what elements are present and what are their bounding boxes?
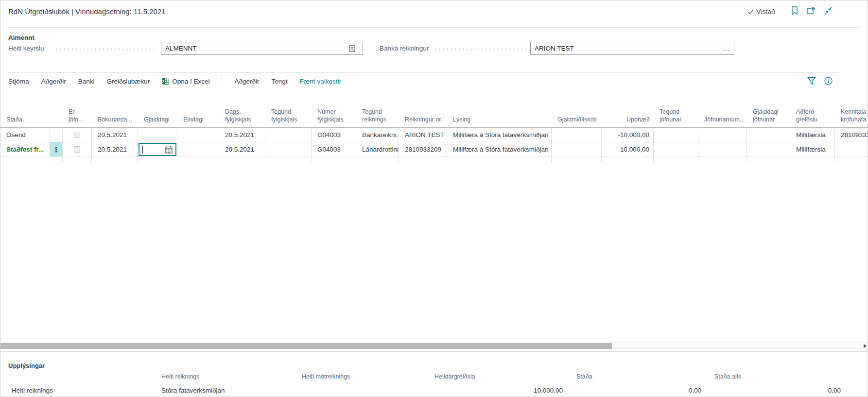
menu-open-in-excel[interactable]: Opna í Excel bbox=[162, 78, 209, 85]
empty-cell[interactable] bbox=[356, 157, 399, 163]
menu-stjorna[interactable]: Stjórna bbox=[8, 78, 29, 85]
column-header-stada[interactable]: Staða bbox=[0, 95, 50, 127]
column-header-dags_fylgiskjals[interactable]: Dags. fylgiskjals bbox=[219, 95, 265, 127]
cell-er_jofn[interactable] bbox=[63, 128, 92, 142]
cell-gjalddagi[interactable] bbox=[138, 142, 177, 157]
info-icon[interactable] bbox=[824, 77, 833, 85]
column-header-lysing[interactable]: Lýsing bbox=[447, 95, 552, 127]
cell-gjalddagi_jofnunar[interactable] bbox=[747, 128, 790, 142]
column-header-adferd_greidslu[interactable]: Aðferð greiðslu bbox=[790, 95, 835, 127]
assist-edit-button[interactable]: ... bbox=[723, 45, 730, 52]
row-options-icon[interactable]: ⋮ bbox=[53, 146, 60, 153]
empty-cell[interactable] bbox=[447, 157, 552, 163]
column-header-tegund_reiknings[interactable]: Tegund reiknings bbox=[356, 95, 399, 127]
empty-cell[interactable] bbox=[835, 157, 868, 163]
cell-bokunarda[interactable]: 20.5.2021 bbox=[92, 128, 138, 142]
cell-tegund_reiknings[interactable]: Lánardrottinn bbox=[356, 142, 399, 157]
cell-adferd_greidslu[interactable]: Millifærsla bbox=[790, 142, 835, 157]
cell-tegund_reiknings[interactable]: Bankareikni... bbox=[356, 128, 399, 142]
column-header-numer_fylgiskjals[interactable]: Númer fylgiskjals bbox=[312, 95, 356, 127]
gjalddagi-input[interactable] bbox=[139, 143, 176, 156]
cell-kennitala[interactable]: 281093320 bbox=[835, 128, 868, 142]
cell-reikningur_nr[interactable]: 2810933209 bbox=[399, 142, 447, 157]
cell-adferd_greidslu[interactable]: Millifærsla bbox=[790, 128, 835, 142]
calendar-icon[interactable] bbox=[165, 146, 173, 154]
menu-adgerdir[interactable]: Aðgerðir bbox=[41, 78, 66, 85]
empty-cell[interactable] bbox=[698, 157, 747, 163]
column-header-gjalddagi_jofnunar[interactable]: Gjalddagi jöfnunar bbox=[747, 95, 790, 127]
cell-stada[interactable]: Staðfest fr... bbox=[0, 142, 50, 157]
cell-kennitala[interactable] bbox=[835, 142, 868, 157]
er-jofnud-checkbox[interactable] bbox=[74, 146, 80, 153]
menu-greidslubaekur[interactable]: Greiðslubækur bbox=[107, 78, 150, 85]
run-name-value[interactable]: ALMENNT bbox=[165, 45, 349, 52]
scrollbar-thumb[interactable] bbox=[0, 343, 612, 349]
cell-numer_fylgiskjals[interactable]: G04003 bbox=[312, 142, 356, 157]
empty-cell[interactable] bbox=[50, 157, 63, 163]
column-header-eindagi[interactable]: Eindagi bbox=[177, 95, 219, 127]
empty-cell[interactable] bbox=[654, 157, 698, 163]
open-in-new-window-icon[interactable] bbox=[807, 7, 816, 15]
scroll-right-arrow-icon[interactable] bbox=[864, 344, 867, 348]
cell-lysing[interactable]: Millifæra á Stóra fataverksmiðjan bbox=[447, 142, 552, 157]
menu-tengt[interactable]: Tengt bbox=[271, 78, 287, 85]
lookup-icon[interactable]: · bbox=[349, 45, 359, 52]
menu-adgerdir-2[interactable]: Aðgerðir bbox=[234, 78, 259, 85]
cell-tegund_fylgiskjals[interactable] bbox=[265, 128, 312, 142]
column-header-jofnunarnum[interactable]: Jöfnunarnúm... bbox=[698, 95, 747, 127]
horizontal-scrollbar[interactable] bbox=[0, 342, 868, 349]
empty-cell[interactable] bbox=[312, 157, 356, 163]
cell-upphaed[interactable]: 10.000,00 bbox=[602, 142, 654, 157]
cell-jofnunarnum[interactable] bbox=[698, 142, 747, 157]
cell-gjaldmidilskoti[interactable] bbox=[552, 128, 602, 142]
empty-cell[interactable] bbox=[92, 157, 138, 163]
cell-stada[interactable]: Ósend bbox=[0, 128, 50, 142]
bank-account-value[interactable]: ARION TEST bbox=[535, 45, 723, 52]
column-header-bokunarda[interactable]: Bókunarda... bbox=[92, 95, 138, 127]
empty-cell[interactable] bbox=[602, 157, 654, 163]
filter-icon[interactable] bbox=[807, 77, 816, 85]
cell-gjaldmidilskoti[interactable] bbox=[552, 142, 602, 157]
cell-er_jofn[interactable] bbox=[63, 142, 92, 157]
empty-cell[interactable] bbox=[790, 157, 835, 163]
column-header-gjalddagi[interactable]: Gjalddagi bbox=[138, 95, 177, 127]
column-header-gjaldmidilskoti[interactable]: Gjaldmiðilskóti bbox=[552, 95, 602, 127]
empty-cell[interactable] bbox=[747, 157, 790, 163]
cell-row_menu[interactable] bbox=[50, 128, 63, 142]
menu-banki[interactable]: Banki bbox=[78, 78, 95, 85]
column-header-upphaed[interactable]: Upphæð bbox=[602, 95, 654, 127]
empty-cell[interactable] bbox=[399, 157, 447, 163]
empty-cell[interactable] bbox=[265, 157, 312, 163]
er-jofnud-checkbox[interactable] bbox=[74, 132, 80, 138]
cell-eindagi[interactable] bbox=[177, 128, 219, 142]
empty-cell[interactable] bbox=[219, 157, 265, 163]
empty-cell[interactable] bbox=[552, 157, 602, 163]
column-header-kennitala[interactable]: Kennitala kröfuhafa bbox=[835, 95, 868, 127]
column-header-row_menu[interactable] bbox=[50, 95, 63, 127]
cell-tegund_jofnunar[interactable] bbox=[654, 142, 698, 157]
empty-cell[interactable] bbox=[63, 157, 92, 163]
cell-eindagi[interactable] bbox=[177, 142, 219, 157]
cell-gjalddagi[interactable] bbox=[138, 128, 177, 142]
run-name-field[interactable]: ALMENNT · bbox=[161, 42, 363, 55]
cell-jofnunarnum[interactable] bbox=[698, 128, 747, 142]
cell-tegund_fylgiskjals[interactable] bbox=[265, 142, 312, 157]
cell-gjalddagi_jofnunar[interactable] bbox=[747, 142, 790, 157]
menu-faerri-valkostir[interactable]: Færri valkostir bbox=[300, 78, 342, 85]
cell-bokunarda[interactable]: 20.5.2021 bbox=[92, 142, 138, 157]
column-header-tegund_jofnunar[interactable]: Tegund jöfnunar bbox=[654, 95, 698, 127]
empty-cell[interactable] bbox=[138, 157, 177, 163]
cell-tegund_jofnunar[interactable] bbox=[654, 128, 698, 142]
cell-upphaed[interactable]: -10.000,00 bbox=[602, 128, 654, 142]
bank-account-field[interactable]: ARION TEST ... bbox=[530, 42, 734, 55]
column-header-er_jofn[interactable]: Er jöfn... bbox=[63, 95, 92, 127]
collapse-icon[interactable] bbox=[824, 7, 833, 15]
cell-lysing[interactable]: Millifæra á Stóra fataverksmiðjan bbox=[447, 128, 552, 142]
bookmark-icon[interactable] bbox=[791, 6, 798, 15]
empty-cell[interactable] bbox=[0, 157, 50, 163]
cell-row_menu[interactable]: ⋮ bbox=[50, 142, 63, 157]
cell-dags_fylgiskjals[interactable]: 20.5.2021 bbox=[219, 128, 265, 142]
cell-reikningur_nr[interactable]: ARION TEST bbox=[399, 128, 447, 142]
cell-numer_fylgiskjals[interactable]: G04003 bbox=[312, 128, 356, 142]
empty-cell[interactable] bbox=[177, 157, 219, 163]
